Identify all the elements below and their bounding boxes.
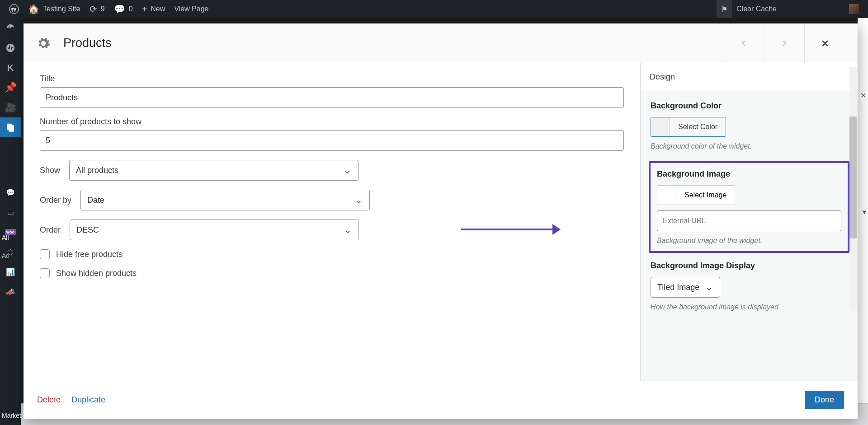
bg-image-help: Background image of the widget. xyxy=(657,237,841,245)
external-url-input[interactable] xyxy=(657,210,841,231)
bg-image-heading: Background Image xyxy=(657,169,841,179)
wordpress-icon xyxy=(9,4,19,14)
show-select[interactable]: All products xyxy=(69,160,359,181)
pin-icon: 📌 xyxy=(5,82,17,93)
dashboard-icon xyxy=(5,23,15,33)
widget-edit-modal: Products Title Number of products to sho… xyxy=(24,23,858,419)
order-select-wrap: DESC xyxy=(70,220,359,240)
updates-count: 9 xyxy=(101,5,105,13)
notice-icon[interactable]: ⚑ xyxy=(717,0,732,18)
bg-image-block: Background Image Select Image Background… xyxy=(657,169,841,245)
bg-color-block: Background Color Select Color Background… xyxy=(651,101,848,150)
show-select-wrap: All products xyxy=(69,160,359,181)
done-button[interactable]: Done xyxy=(805,391,844,409)
wp-admin-sidebar: K 📌 🎥 All Ad 💬 ▭ woo ⬡ 📊 📣 Marketing xyxy=(0,18,21,425)
avatar xyxy=(849,4,859,14)
sidebar-marketing[interactable]: 📣 xyxy=(0,282,21,302)
bg-display-heading: Background Image Display xyxy=(651,261,848,271)
bg-color-help: Background color of the widget. xyxy=(651,142,848,150)
bg-image-swatch[interactable] xyxy=(657,186,676,205)
modal-body: Title Number of products to show Show Al… xyxy=(24,63,858,381)
sidebar-comments[interactable]: 💬 xyxy=(0,182,21,202)
orderby-label: Order by xyxy=(40,196,71,205)
hide-free-label: Hide free products xyxy=(56,250,123,259)
style-tabs: Design xyxy=(641,63,858,91)
editor-settings-gutter: ✕ ▾ xyxy=(858,18,868,403)
blank-item xyxy=(781,0,844,18)
sidebar-marketing-label[interactable]: Marketing xyxy=(0,408,21,423)
form-icon: ▭ xyxy=(7,208,14,217)
show-hidden-checkbox[interactable] xyxy=(40,268,50,278)
hide-free-row: Hide free products xyxy=(40,249,624,259)
number-field-group: Number of products to show xyxy=(40,117,624,151)
chevron-left-icon xyxy=(740,39,748,47)
bg-display-help: How the background image is displayed. xyxy=(651,303,848,311)
pages-icon xyxy=(5,122,15,132)
show-label: Show xyxy=(40,166,60,175)
delete-button[interactable]: Delete xyxy=(37,395,61,405)
orderby-select[interactable]: Date xyxy=(80,190,370,210)
orderby-field-group: Order by Date xyxy=(40,190,624,210)
select-image-button[interactable]: Select Image xyxy=(676,186,735,205)
comment-icon: 💬 xyxy=(6,188,15,197)
bg-color-swatch[interactable] xyxy=(651,117,670,136)
sidebar-forms[interactable]: ▭ xyxy=(0,202,21,222)
close-icon xyxy=(821,39,830,48)
order-field-group: Order DESC xyxy=(40,220,624,240)
bg-display-select-wrap: Tiled Image xyxy=(651,277,720,298)
tab-design[interactable]: Design xyxy=(650,72,675,82)
view-page[interactable]: View Page xyxy=(170,0,213,18)
widget-style-panel: Design Background Color Select Color Bac… xyxy=(641,63,858,381)
clear-cache-label: Clear Cache xyxy=(736,5,777,13)
orderby-select-wrap: Date xyxy=(80,190,370,210)
home-icon: 🏠 xyxy=(28,4,39,14)
sidebar-media[interactable]: 🎥 xyxy=(0,98,21,117)
style-content[interactable]: Background Color Select Color Background… xyxy=(641,91,858,381)
order-label: Order xyxy=(40,225,61,235)
sidebar-analytics[interactable]: 📊 xyxy=(0,262,21,282)
gear-icon xyxy=(36,36,51,51)
sidebar-posts[interactable]: 📌 xyxy=(0,78,21,98)
sidebar-jetpack[interactable] xyxy=(0,38,21,58)
sidebar-dashboard[interactable] xyxy=(0,18,21,38)
wp-logo[interactable] xyxy=(5,0,24,18)
bg-color-heading: Background Color xyxy=(651,101,848,111)
show-field-group: Show All products xyxy=(40,160,624,181)
comments-count: 0 xyxy=(129,5,133,13)
order-select[interactable]: DESC xyxy=(70,220,359,240)
select-color-button[interactable]: Select Color xyxy=(670,117,726,136)
clear-cache[interactable]: Clear Cache xyxy=(732,0,781,18)
new-content[interactable]: +New xyxy=(137,0,170,18)
modal-footer: Delete Duplicate Done xyxy=(24,381,858,419)
user-menu[interactable] xyxy=(844,0,863,18)
svg-point-1 xyxy=(6,44,14,52)
plus-icon: + xyxy=(142,4,147,14)
close-modal-button[interactable] xyxy=(804,23,845,63)
sidebar-add-new[interactable]: Ad xyxy=(0,248,21,263)
right-panel-scrollbar-track[interactable] xyxy=(849,67,857,311)
comments[interactable]: 💬0 xyxy=(109,0,137,18)
chevron-icon[interactable]: ▾ xyxy=(863,208,866,216)
sidebar-all-pages[interactable]: All xyxy=(0,230,21,245)
jetpack-icon xyxy=(5,43,15,53)
prev-widget-button[interactable] xyxy=(723,23,764,63)
title-field-group: Title xyxy=(40,74,624,108)
close-settings-icon[interactable]: ✕ xyxy=(860,91,866,100)
bg-display-block: Background Image Display Tiled Image How… xyxy=(651,261,848,311)
sidebar-kadence[interactable]: K xyxy=(0,58,21,78)
title-label: Title xyxy=(40,74,55,84)
bg-display-select[interactable]: Tiled Image xyxy=(651,277,720,298)
next-widget-button[interactable] xyxy=(764,23,804,63)
sidebar-pages[interactable] xyxy=(0,117,21,137)
right-panel-scrollbar-thumb[interactable] xyxy=(849,117,857,238)
modal-nav xyxy=(723,23,845,63)
hide-free-checkbox[interactable] xyxy=(40,249,50,259)
view-page-label: View Page xyxy=(174,5,208,13)
site-name[interactable]: 🏠Testing Site xyxy=(24,0,85,18)
duplicate-button[interactable]: Duplicate xyxy=(71,395,105,405)
title-input[interactable] xyxy=(40,87,624,108)
wp-admin-bar: 🏠Testing Site ⟳9 💬0 +New View Page ⚑ Cle… xyxy=(0,0,868,18)
number-input[interactable] xyxy=(40,130,624,151)
site-name-label: Testing Site xyxy=(43,5,80,13)
updates[interactable]: ⟳9 xyxy=(85,0,109,18)
